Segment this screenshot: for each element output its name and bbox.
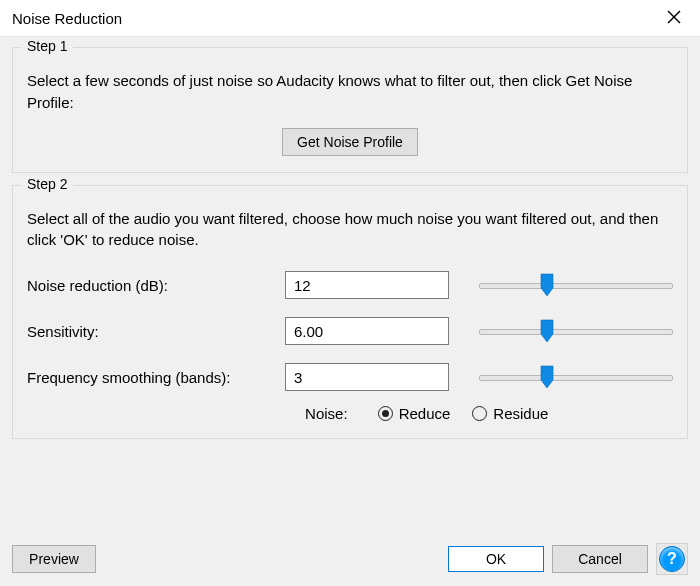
noise-reduction-dialog: Noise Reduction Step 1 Select a few seco… xyxy=(0,0,700,586)
residue-radio-label: Residue xyxy=(493,405,548,422)
cancel-button[interactable]: Cancel xyxy=(552,545,648,573)
reduce-radio-label: Reduce xyxy=(399,405,451,422)
frequency-smoothing-row: Frequency smoothing (bands): xyxy=(27,363,673,391)
noise-reduction-input[interactable] xyxy=(285,271,449,299)
reduce-radio[interactable]: Reduce xyxy=(378,405,451,422)
slider-thumb-icon xyxy=(540,365,554,389)
radio-dot-icon xyxy=(382,410,389,417)
slider-thumb-icon xyxy=(540,319,554,343)
sensitivity-row: Sensitivity: xyxy=(27,317,673,345)
radio-icon xyxy=(472,406,487,421)
noise-reduction-row: Noise reduction (dB): xyxy=(27,271,673,299)
step1-group: Step 1 Select a few seconds of just nois… xyxy=(12,47,688,173)
preview-button[interactable]: Preview xyxy=(12,545,96,573)
residue-radio[interactable]: Residue xyxy=(472,405,548,422)
frequency-smoothing-slider[interactable] xyxy=(479,365,673,389)
ok-button[interactable]: OK xyxy=(448,546,544,572)
step2-legend: Step 2 xyxy=(21,176,73,192)
radio-icon xyxy=(378,406,393,421)
noise-mode-label: Noise: xyxy=(90,405,356,422)
frequency-smoothing-label: Frequency smoothing (bands): xyxy=(27,369,285,386)
close-button[interactable] xyxy=(658,2,690,34)
help-icon: ? xyxy=(659,546,685,572)
get-noise-profile-button[interactable]: Get Noise Profile xyxy=(282,128,418,156)
sensitivity-slider[interactable] xyxy=(479,319,673,343)
step2-instruction: Select all of the audio you want filtere… xyxy=(27,208,673,252)
window-title: Noise Reduction xyxy=(12,10,122,27)
sensitivity-label: Sensitivity: xyxy=(27,323,285,340)
dialog-buttons: Preview OK Cancel ? xyxy=(12,537,688,575)
frequency-smoothing-input[interactable] xyxy=(285,363,449,391)
noise-mode-row: Noise: Reduce Residue xyxy=(27,405,673,422)
sensitivity-input[interactable] xyxy=(285,317,449,345)
client-area: Step 1 Select a few seconds of just nois… xyxy=(0,37,700,586)
titlebar: Noise Reduction xyxy=(0,0,700,37)
step1-instruction: Select a few seconds of just noise so Au… xyxy=(27,70,673,114)
noise-reduction-slider[interactable] xyxy=(479,273,673,297)
noise-reduction-label: Noise reduction (dB): xyxy=(27,277,285,294)
close-icon xyxy=(667,10,681,27)
step1-legend: Step 1 xyxy=(21,38,73,54)
step2-group: Step 2 Select all of the audio you want … xyxy=(12,185,688,440)
slider-thumb-icon xyxy=(540,273,554,297)
help-button[interactable]: ? xyxy=(656,543,688,575)
